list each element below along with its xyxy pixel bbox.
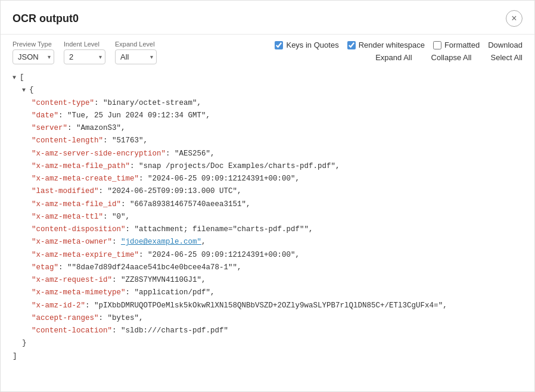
indent-level-label: Indent Level (64, 41, 105, 48)
json-line-1: ▼ { (13, 84, 522, 97)
toggle-0[interactable]: ▼ (13, 73, 20, 83)
preview-type-select-wrap: JSON Text (13, 49, 54, 64)
modal: OCR output0 × Preview Type JSON Text Ind… (0, 0, 535, 392)
json-line-file-id: "x-amz-meta-file_id": "667a893814675740a… (13, 198, 522, 211)
select-all-button[interactable]: Select All (491, 53, 522, 62)
toolbar-right: Keys in Quotes Render whitespace Formatt… (275, 41, 522, 62)
toggle-1[interactable]: ▼ (22, 85, 29, 95)
render-whitespace-checkbox[interactable] (347, 41, 356, 49)
json-line-ttl: "x-amz-meta-ttl": "0", (13, 211, 522, 223)
json-line-etag: "etag": ""8dae7d89df24aace541bc4e0bcee4a… (13, 262, 522, 274)
json-line-owner: "x-amz-meta-owner": "jdoe@example.com", (13, 236, 522, 248)
json-line-content-type: "content-type": "binary/octet-stream", (13, 97, 522, 110)
indent-level-select[interactable]: 2 4 (64, 49, 105, 64)
toolbar-row1: Keys in Quotes Render whitespace Formatt… (275, 41, 522, 49)
preview-type-select[interactable]: JSON Text (13, 49, 54, 64)
render-whitespace-label[interactable]: Render whitespace (347, 41, 425, 49)
json-line-content-location: "content-location": "sldb:///charts-pdf.… (13, 325, 522, 337)
json-line-sse: "x-amz-server-side-encryption": "AES256"… (13, 148, 522, 160)
keys-in-quotes-checkbox[interactable] (275, 41, 283, 49)
collapse-all-button[interactable]: Collapse All (431, 53, 472, 62)
close-button[interactable]: × (506, 10, 522, 27)
json-line-create-time: "x-amz-meta-create_time": "2024-06-25 09… (13, 173, 522, 185)
json-line-content-length: "content-length": "51763", (13, 135, 522, 147)
json-line-last-modified: "last-modified": "2024-06-25T09:09:13.00… (13, 185, 522, 198)
formatted-label[interactable]: Formatted (433, 41, 480, 49)
expand-all-button[interactable]: Expand All (375, 53, 412, 62)
toolbar: Preview Type JSON Text Indent Level 2 4 (1, 35, 534, 64)
json-line-close-brace: } (13, 337, 522, 350)
json-line-close-bracket: ] (13, 350, 522, 363)
json-line-0: ▼ [ (13, 71, 522, 84)
expand-level-group: Expand Level All 1 2 (115, 41, 157, 64)
formatted-checkbox[interactable] (433, 41, 441, 49)
download-button[interactable]: Download (488, 41, 522, 49)
json-line-date: "date": "Tue, 25 Jun 2024 09:12:34 GMT", (13, 110, 522, 122)
modal-title: OCR output0 (13, 13, 79, 25)
json-line-file-path: "x-amz-meta-file_path": "snap /projects/… (13, 160, 522, 173)
json-line-server: "server": "AmazonS3", (13, 122, 522, 135)
expand-level-label: Expand Level (115, 41, 157, 48)
expand-level-select[interactable]: All 1 2 (115, 49, 157, 64)
indent-level-select-wrap: 2 4 (64, 49, 105, 64)
json-line-expire-time: "x-amz-meta-expire_time": "2024-06-25 09… (13, 249, 522, 262)
toolbar-row2: Expand All Collapse All Select All (375, 53, 522, 62)
json-root: ▼ [ ▼ { "content-type": "binary/octet-st… (13, 71, 522, 363)
preview-type-group: Preview Type JSON Text (13, 41, 54, 64)
json-line-mimetype: "x-amz-meta-mimetype": "application/pdf"… (13, 287, 522, 299)
json-line-accept-ranges: "accept-ranges": "bytes", (13, 312, 522, 325)
json-line-request-id: "x-amz-request-id": "ZZ8S7YMVN4110GJ1", (13, 274, 522, 287)
expand-level-select-wrap: All 1 2 (115, 49, 157, 64)
toolbar-left: Preview Type JSON Text Indent Level 2 4 (13, 41, 157, 64)
json-line-id2: "x-amz-id-2": "pIXbbDMRUQOTPOeMlsk5kOkwR… (13, 300, 522, 312)
json-content: ▼ [ ▼ { "content-type": "binary/octet-st… (1, 64, 534, 391)
indent-level-group: Indent Level 2 4 (64, 41, 105, 64)
modal-header: OCR output0 × (1, 1, 534, 35)
json-line-content-disposition: "content-disposition": "attachment; file… (13, 223, 522, 236)
keys-in-quotes-label[interactable]: Keys in Quotes (275, 41, 338, 49)
preview-type-label: Preview Type (13, 41, 54, 48)
